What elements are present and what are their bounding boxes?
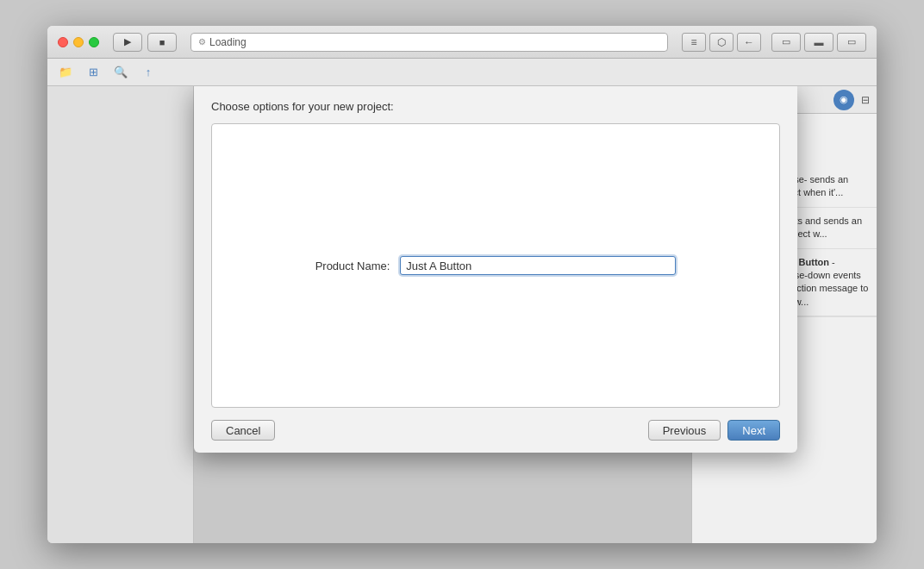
traffic-lights [58,37,99,47]
main-window: ▶ ■ ⚙ Loading ≡ ⬡ ← ▭ ▬ ▭ 📁 ⊞ 🔍 ↑ [47,26,877,543]
window-toolbar: ▭ ▬ ▭ [771,33,866,52]
product-name-input[interactable] [400,256,676,275]
main-content: Choose options for your new project: Pro… [47,86,877,543]
url-icon: ⚙ [198,37,206,47]
title-bar: ▶ ■ ⚙ Loading ≡ ⬡ ← ▭ ▬ ▭ [47,26,877,59]
modal-footer: Cancel Previous Next [194,408,797,453]
search-button[interactable]: 🔍 [109,62,132,83]
modal-header: Choose options for your new project: [194,86,797,123]
url-bar[interactable]: ⚙ Loading [190,33,668,52]
view-single-button[interactable]: ▭ [771,33,801,52]
maximize-button[interactable] [89,37,99,47]
minimize-button[interactable] [73,37,84,47]
url-text: Loading [209,36,247,48]
titlebar-controls: ▶ ■ [113,33,177,52]
cancel-button[interactable]: Cancel [211,420,275,441]
close-button[interactable] [58,37,68,47]
modal-form: Product Name: [298,239,694,292]
extra-button[interactable]: ↑ [137,62,159,83]
view-dual-button[interactable]: ▭ [837,33,866,52]
next-button[interactable]: Next [727,420,780,441]
modal-footer-right: Previous Next [648,420,780,441]
left-sidebar [47,86,194,543]
project-options-dialog: Choose options for your new project: Pro… [194,86,797,453]
secondary-toolbar: 📁 ⊞ 🔍 ↑ [47,59,877,86]
folder-button[interactable]: 📁 [54,62,77,83]
center-area: Choose options for your new project: Pro… [194,86,691,543]
link-button[interactable]: ⬡ [709,33,734,52]
previous-button[interactable]: Previous [648,420,721,441]
stop-button[interactable]: ■ [147,33,177,52]
product-name-label: Product Name: [315,259,390,272]
nav-buttons: ≡ ⬡ ← [682,33,761,52]
modal-body: Product Name: [211,123,780,408]
grid-button[interactable]: ⊞ [82,62,104,83]
right-panel-table-icon: ⊟ [861,94,870,106]
play-button[interactable]: ▶ [113,33,142,52]
back-button[interactable]: ← [737,33,761,52]
right-panel-accent-icon: ◉ [833,90,854,110]
view-split-button[interactable]: ▬ [804,33,833,52]
align-left-button[interactable]: ≡ [682,33,706,52]
modal-title: Choose options for your new project: [211,100,394,113]
